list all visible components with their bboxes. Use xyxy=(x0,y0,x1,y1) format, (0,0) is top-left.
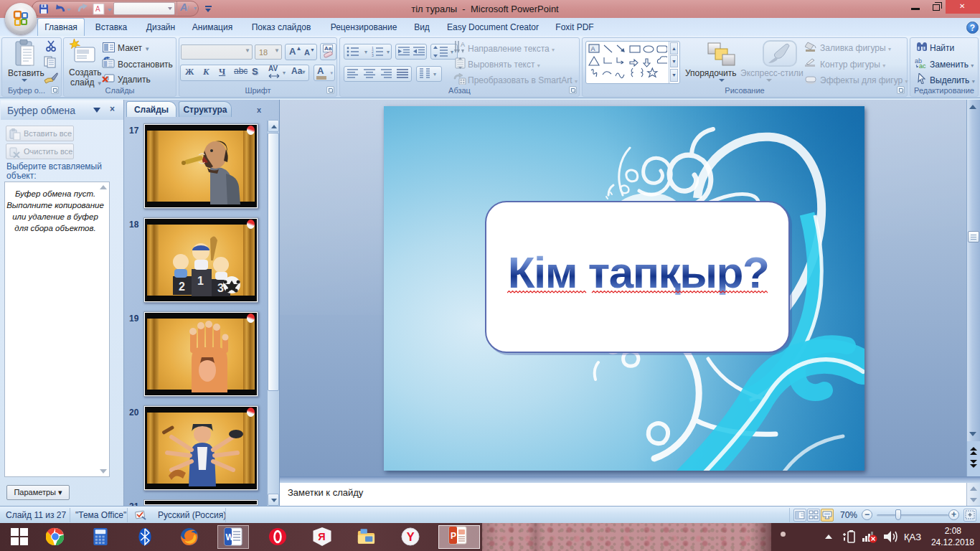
svg-text:Y: Y xyxy=(407,530,415,543)
svg-text:3: 3 xyxy=(372,53,374,57)
svg-text:2: 2 xyxy=(179,281,185,293)
svg-text:3: 3 xyxy=(217,282,224,294)
svg-text:A: A xyxy=(591,45,595,52)
svg-text:P: P xyxy=(451,531,456,541)
svg-text:1: 1 xyxy=(197,275,204,287)
svg-text:A: A xyxy=(95,5,100,13)
svg-text:Я: Я xyxy=(318,531,325,542)
svg-text:ac: ac xyxy=(919,62,926,68)
svg-text:W: W xyxy=(226,532,235,542)
svg-text:А: А xyxy=(461,41,465,48)
